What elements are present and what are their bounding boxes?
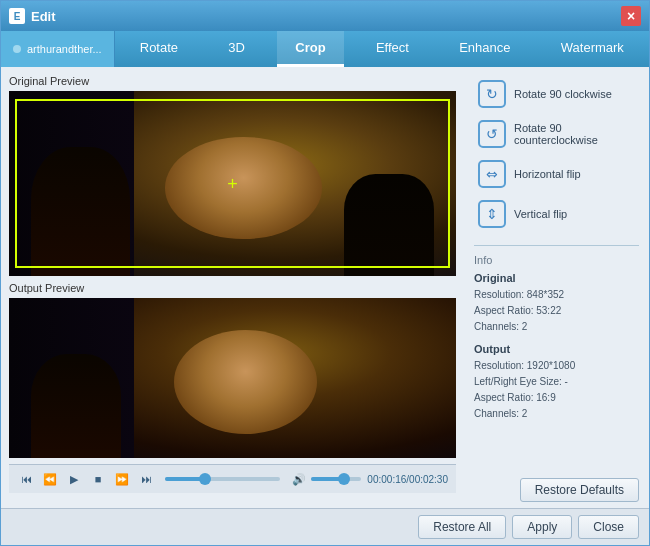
output-preview-section: Output Preview <box>9 282 456 458</box>
person-left-out <box>31 354 120 458</box>
output-preview-label: Output Preview <box>9 282 456 294</box>
bottom-bar-inner: Restore All Apply Close <box>11 515 639 539</box>
volume-thumb <box>338 473 350 485</box>
tab-crop[interactable]: Crop <box>277 31 343 67</box>
skip-forward-button[interactable]: ⏭ <box>137 470 155 488</box>
tab-rotate[interactable]: Rotate <box>122 31 196 67</box>
tab-3d[interactable]: 3D <box>210 31 263 67</box>
file-tab[interactable]: arthurandther... <box>1 31 115 67</box>
flip-h-label: Horizontal flip <box>514 168 581 180</box>
volume-bar[interactable] <box>311 477 361 481</box>
prev-frame-button[interactable]: ⏪ <box>41 470 59 488</box>
original-preview-label: Original Preview <box>9 75 456 87</box>
progress-bar[interactable] <box>165 477 280 481</box>
apply-button[interactable]: Apply <box>512 515 572 539</box>
right-panel: ↻ Rotate 90 clockwise ↺ Rotate 90 counte… <box>464 67 649 508</box>
output-aspect: Aspect Ratio: 16:9 <box>474 390 639 405</box>
content-area: Original Preview + Output Preview <box>1 67 649 508</box>
output-eye-size: Left/Right Eye Size: - <box>474 374 639 389</box>
volume-area: 🔊 <box>290 470 361 488</box>
rotate-ccw-icon: ↺ <box>478 120 506 148</box>
player-controls: ⏮ ⏪ ▶ ■ ⏩ ⏭ 🔊 00:00:16/00:02:30 <box>9 464 456 493</box>
edit-window: E Edit × arthurandther... Rotate 3D Crop… <box>0 0 650 546</box>
elderly-face <box>165 137 321 239</box>
rotate-cw-label: Rotate 90 clockwise <box>514 88 612 100</box>
titlebar: E Edit × <box>1 1 649 31</box>
progress-thumb <box>199 473 211 485</box>
window-title: Edit <box>31 9 621 24</box>
file-tab-dot <box>13 45 21 53</box>
volume-icon[interactable]: 🔊 <box>290 470 308 488</box>
flip-h-button[interactable]: ⇔ Horizontal flip <box>474 157 639 191</box>
time-display: 00:00:16/00:02:30 <box>367 474 448 485</box>
rotate-cw-button[interactable]: ↻ Rotate 90 clockwise <box>474 77 639 111</box>
original-preview-section: Original Preview + <box>9 75 456 276</box>
output-video-frame <box>9 298 456 458</box>
original-info-title: Original <box>474 272 639 284</box>
output-info-title: Output <box>474 343 639 355</box>
output-resolution: Resolution: 1920*1080 <box>474 358 639 373</box>
flip-h-icon: ⇔ <box>478 160 506 188</box>
skip-back-button[interactable]: ⏮ <box>17 470 35 488</box>
flip-v-button[interactable]: ⇕ Vertical flip <box>474 197 639 231</box>
tab-effect[interactable]: Effect <box>358 31 427 67</box>
right-side-btns: Restore All Apply Close <box>418 515 639 539</box>
rotate-cw-icon: ↻ <box>478 80 506 108</box>
output-preview-box <box>9 298 456 458</box>
flip-v-icon: ⇕ <box>478 200 506 228</box>
elderly-face-out <box>174 330 317 434</box>
window-icon: E <box>9 8 25 24</box>
original-preview-box: + <box>9 91 456 276</box>
left-panel: Original Preview + Output Preview <box>1 67 464 508</box>
bottom-bar: Restore All Apply Close <box>1 508 649 545</box>
flip-v-label: Vertical flip <box>514 208 567 220</box>
original-video-frame <box>9 91 456 276</box>
info-title: Info <box>474 254 639 266</box>
nav-tabs: Rotate 3D Crop Effect Enhance Watermark <box>115 31 649 67</box>
info-section: Info Original Resolution: 848*352 Aspect… <box>474 245 639 422</box>
original-resolution: Resolution: 848*352 <box>474 287 639 302</box>
tab-enhance[interactable]: Enhance <box>441 31 528 67</box>
restore-all-button[interactable]: Restore All <box>418 515 506 539</box>
person-left-silhouette <box>31 147 129 277</box>
original-channels: Channels: 2 <box>474 319 639 334</box>
close-button[interactable]: × <box>621 6 641 26</box>
original-aspect: Aspect Ratio: 53:22 <box>474 303 639 318</box>
file-tab-label: arthurandther... <box>27 43 102 55</box>
stop-button[interactable]: ■ <box>89 470 107 488</box>
restore-defaults-button[interactable]: Restore Defaults <box>520 478 639 502</box>
tabs-row: arthurandther... Rotate 3D Crop Effect E… <box>1 31 649 67</box>
rotate-buttons: ↻ Rotate 90 clockwise ↺ Rotate 90 counte… <box>474 77 639 231</box>
play-button[interactable]: ▶ <box>65 470 83 488</box>
tab-watermark[interactable]: Watermark <box>543 31 642 67</box>
rotate-ccw-label: Rotate 90 counterclockwise <box>514 122 635 146</box>
info-spacer <box>474 335 639 343</box>
person-right-silhouette <box>344 174 433 276</box>
close-button-bottom[interactable]: Close <box>578 515 639 539</box>
next-frame-button[interactable]: ⏩ <box>113 470 131 488</box>
rotate-ccw-button[interactable]: ↺ Rotate 90 counterclockwise <box>474 117 639 151</box>
output-channels: Channels: 2 <box>474 406 639 421</box>
